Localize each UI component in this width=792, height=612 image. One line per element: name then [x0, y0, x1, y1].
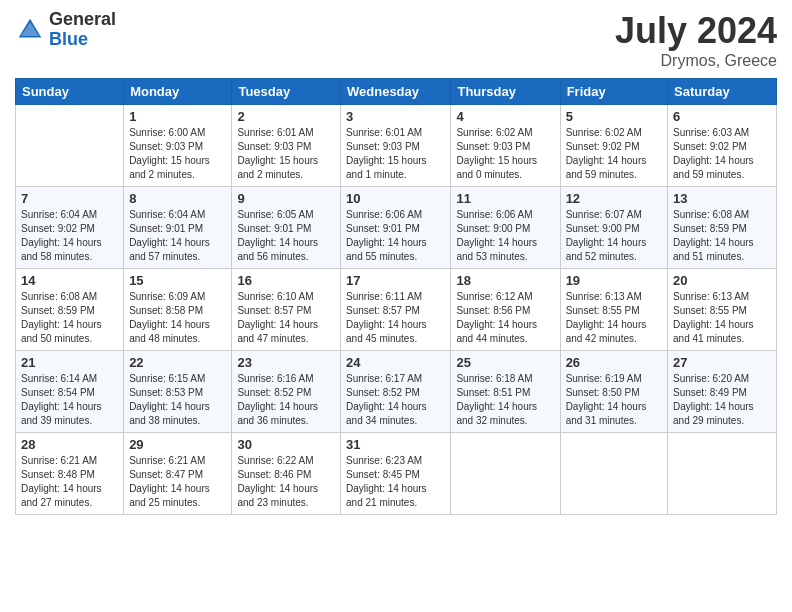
- day-number: 30: [237, 437, 335, 452]
- day-cell: 22Sunrise: 6:15 AMSunset: 8:53 PMDayligh…: [124, 351, 232, 433]
- day-cell: 29Sunrise: 6:21 AMSunset: 8:47 PMDayligh…: [124, 433, 232, 515]
- header: General Blue July 2024 Drymos, Greece: [15, 10, 777, 70]
- day-info: Sunrise: 6:08 AMSunset: 8:59 PMDaylight:…: [21, 290, 118, 346]
- logo-blue: Blue: [49, 30, 116, 50]
- day-number: 19: [566, 273, 662, 288]
- day-cell: 14Sunrise: 6:08 AMSunset: 8:59 PMDayligh…: [16, 269, 124, 351]
- logo: General Blue: [15, 10, 116, 50]
- week-row-1: 7Sunrise: 6:04 AMSunset: 9:02 PMDaylight…: [16, 187, 777, 269]
- day-info: Sunrise: 6:06 AMSunset: 9:01 PMDaylight:…: [346, 208, 445, 264]
- day-number: 4: [456, 109, 554, 124]
- title-location: Drymos, Greece: [615, 52, 777, 70]
- day-info: Sunrise: 6:10 AMSunset: 8:57 PMDaylight:…: [237, 290, 335, 346]
- day-cell: 9Sunrise: 6:05 AMSunset: 9:01 PMDaylight…: [232, 187, 341, 269]
- day-info: Sunrise: 6:01 AMSunset: 9:03 PMDaylight:…: [237, 126, 335, 182]
- day-info: Sunrise: 6:21 AMSunset: 8:47 PMDaylight:…: [129, 454, 226, 510]
- day-info: Sunrise: 6:13 AMSunset: 8:55 PMDaylight:…: [673, 290, 771, 346]
- day-cell: 30Sunrise: 6:22 AMSunset: 8:46 PMDayligh…: [232, 433, 341, 515]
- day-number: 26: [566, 355, 662, 370]
- day-cell: 23Sunrise: 6:16 AMSunset: 8:52 PMDayligh…: [232, 351, 341, 433]
- weekday-header-row: SundayMondayTuesdayWednesdayThursdayFrid…: [16, 79, 777, 105]
- day-number: 3: [346, 109, 445, 124]
- day-cell: [16, 105, 124, 187]
- day-number: 1: [129, 109, 226, 124]
- weekday-header-thursday: Thursday: [451, 79, 560, 105]
- day-cell: [668, 433, 777, 515]
- logo-text: General Blue: [49, 10, 116, 50]
- day-info: Sunrise: 6:20 AMSunset: 8:49 PMDaylight:…: [673, 372, 771, 428]
- calendar-table: SundayMondayTuesdayWednesdayThursdayFrid…: [15, 78, 777, 515]
- day-cell: 26Sunrise: 6:19 AMSunset: 8:50 PMDayligh…: [560, 351, 667, 433]
- day-info: Sunrise: 6:19 AMSunset: 8:50 PMDaylight:…: [566, 372, 662, 428]
- title-month: July 2024: [615, 10, 777, 52]
- day-number: 25: [456, 355, 554, 370]
- weekday-header-sunday: Sunday: [16, 79, 124, 105]
- day-cell: 20Sunrise: 6:13 AMSunset: 8:55 PMDayligh…: [668, 269, 777, 351]
- weekday-header-saturday: Saturday: [668, 79, 777, 105]
- day-info: Sunrise: 6:18 AMSunset: 8:51 PMDaylight:…: [456, 372, 554, 428]
- day-info: Sunrise: 6:00 AMSunset: 9:03 PMDaylight:…: [129, 126, 226, 182]
- day-info: Sunrise: 6:01 AMSunset: 9:03 PMDaylight:…: [346, 126, 445, 182]
- title-block: July 2024 Drymos, Greece: [615, 10, 777, 70]
- logo-general: General: [49, 10, 116, 30]
- day-number: 27: [673, 355, 771, 370]
- weekday-header-wednesday: Wednesday: [341, 79, 451, 105]
- day-cell: 3Sunrise: 6:01 AMSunset: 9:03 PMDaylight…: [341, 105, 451, 187]
- day-cell: 17Sunrise: 6:11 AMSunset: 8:57 PMDayligh…: [341, 269, 451, 351]
- day-number: 23: [237, 355, 335, 370]
- day-cell: 15Sunrise: 6:09 AMSunset: 8:58 PMDayligh…: [124, 269, 232, 351]
- day-cell: 24Sunrise: 6:17 AMSunset: 8:52 PMDayligh…: [341, 351, 451, 433]
- day-cell: 2Sunrise: 6:01 AMSunset: 9:03 PMDaylight…: [232, 105, 341, 187]
- day-info: Sunrise: 6:05 AMSunset: 9:01 PMDaylight:…: [237, 208, 335, 264]
- day-number: 18: [456, 273, 554, 288]
- day-number: 16: [237, 273, 335, 288]
- day-number: 6: [673, 109, 771, 124]
- day-cell: 13Sunrise: 6:08 AMSunset: 8:59 PMDayligh…: [668, 187, 777, 269]
- day-number: 14: [21, 273, 118, 288]
- week-row-0: 1Sunrise: 6:00 AMSunset: 9:03 PMDaylight…: [16, 105, 777, 187]
- day-cell: 7Sunrise: 6:04 AMSunset: 9:02 PMDaylight…: [16, 187, 124, 269]
- day-cell: 21Sunrise: 6:14 AMSunset: 8:54 PMDayligh…: [16, 351, 124, 433]
- day-cell: [451, 433, 560, 515]
- day-info: Sunrise: 6:22 AMSunset: 8:46 PMDaylight:…: [237, 454, 335, 510]
- day-number: 15: [129, 273, 226, 288]
- day-cell: 10Sunrise: 6:06 AMSunset: 9:01 PMDayligh…: [341, 187, 451, 269]
- day-info: Sunrise: 6:09 AMSunset: 8:58 PMDaylight:…: [129, 290, 226, 346]
- week-row-4: 28Sunrise: 6:21 AMSunset: 8:48 PMDayligh…: [16, 433, 777, 515]
- day-number: 12: [566, 191, 662, 206]
- day-number: 28: [21, 437, 118, 452]
- day-number: 2: [237, 109, 335, 124]
- day-number: 8: [129, 191, 226, 206]
- day-info: Sunrise: 6:04 AMSunset: 9:02 PMDaylight:…: [21, 208, 118, 264]
- day-info: Sunrise: 6:17 AMSunset: 8:52 PMDaylight:…: [346, 372, 445, 428]
- day-info: Sunrise: 6:07 AMSunset: 9:00 PMDaylight:…: [566, 208, 662, 264]
- week-row-2: 14Sunrise: 6:08 AMSunset: 8:59 PMDayligh…: [16, 269, 777, 351]
- day-cell: 6Sunrise: 6:03 AMSunset: 9:02 PMDaylight…: [668, 105, 777, 187]
- day-cell: [560, 433, 667, 515]
- day-number: 9: [237, 191, 335, 206]
- weekday-header-monday: Monday: [124, 79, 232, 105]
- day-cell: 19Sunrise: 6:13 AMSunset: 8:55 PMDayligh…: [560, 269, 667, 351]
- day-number: 7: [21, 191, 118, 206]
- day-cell: 25Sunrise: 6:18 AMSunset: 8:51 PMDayligh…: [451, 351, 560, 433]
- day-info: Sunrise: 6:11 AMSunset: 8:57 PMDaylight:…: [346, 290, 445, 346]
- day-cell: 4Sunrise: 6:02 AMSunset: 9:03 PMDaylight…: [451, 105, 560, 187]
- day-number: 29: [129, 437, 226, 452]
- main-container: General Blue July 2024 Drymos, Greece Su…: [0, 0, 792, 612]
- day-cell: 5Sunrise: 6:02 AMSunset: 9:02 PMDaylight…: [560, 105, 667, 187]
- weekday-header-tuesday: Tuesday: [232, 79, 341, 105]
- day-number: 11: [456, 191, 554, 206]
- weekday-header-friday: Friday: [560, 79, 667, 105]
- day-info: Sunrise: 6:06 AMSunset: 9:00 PMDaylight:…: [456, 208, 554, 264]
- day-info: Sunrise: 6:08 AMSunset: 8:59 PMDaylight:…: [673, 208, 771, 264]
- day-number: 17: [346, 273, 445, 288]
- day-number: 10: [346, 191, 445, 206]
- day-cell: 12Sunrise: 6:07 AMSunset: 9:00 PMDayligh…: [560, 187, 667, 269]
- day-info: Sunrise: 6:13 AMSunset: 8:55 PMDaylight:…: [566, 290, 662, 346]
- day-cell: 28Sunrise: 6:21 AMSunset: 8:48 PMDayligh…: [16, 433, 124, 515]
- logo-icon: [15, 15, 45, 45]
- week-row-3: 21Sunrise: 6:14 AMSunset: 8:54 PMDayligh…: [16, 351, 777, 433]
- day-cell: 8Sunrise: 6:04 AMSunset: 9:01 PMDaylight…: [124, 187, 232, 269]
- day-cell: 31Sunrise: 6:23 AMSunset: 8:45 PMDayligh…: [341, 433, 451, 515]
- day-cell: 16Sunrise: 6:10 AMSunset: 8:57 PMDayligh…: [232, 269, 341, 351]
